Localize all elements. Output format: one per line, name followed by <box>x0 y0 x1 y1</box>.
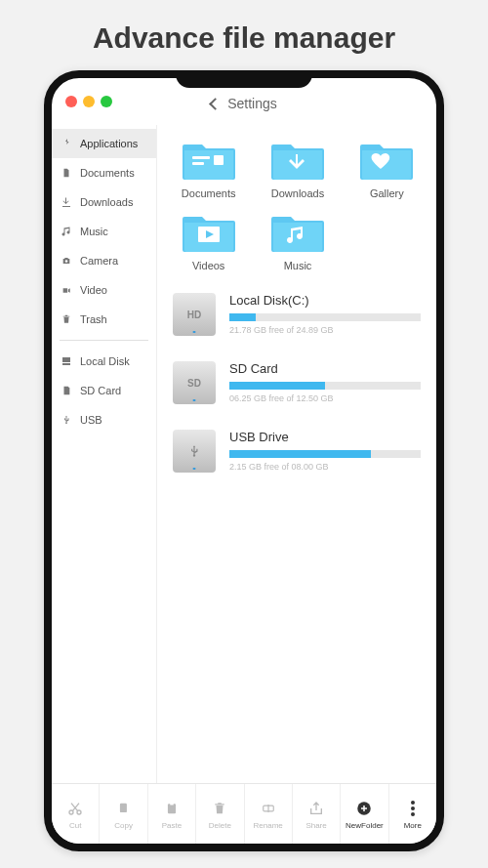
toolbar-label: Share <box>305 821 326 830</box>
sidebar-storage-usb[interactable]: USB <box>52 405 156 434</box>
newfolder-icon <box>355 799 373 818</box>
folder-icon <box>269 209 326 254</box>
sidebar-item-label: Video <box>80 284 107 296</box>
svg-rect-3 <box>214 155 224 165</box>
svg-point-12 <box>411 801 415 805</box>
folder-icon <box>269 137 326 182</box>
toolbar-more[interactable]: More <box>389 784 436 844</box>
rename-icon <box>260 799 277 818</box>
sidebar-item-label: Trash <box>80 313 107 325</box>
minimize-icon[interactable] <box>83 96 95 107</box>
sidebar-item-label: Local Disk <box>80 355 130 367</box>
delete-icon <box>213 799 226 818</box>
svg-point-14 <box>411 812 415 816</box>
toolbar-label: Cut <box>69 821 81 830</box>
sidebar-item-applications[interactable]: Applications <box>52 129 156 158</box>
sidebar-item-video[interactable]: Video <box>52 275 156 305</box>
folder-gallery[interactable]: Gallery <box>346 137 428 199</box>
folder-downloads[interactable]: Downloads <box>256 137 339 199</box>
sidebar-item-trash[interactable]: Trash <box>52 305 156 334</box>
drive-local-disk-c-[interactable]: HDLocal Disk(C:)21.78 GB free of 24.89 G… <box>173 293 428 336</box>
device-frame: Settings ApplicationsDocumentsDownloadsM… <box>44 70 444 851</box>
drive-list: HDLocal Disk(C:)21.78 GB free of 24.89 G… <box>167 293 428 473</box>
sidebar-storage-sd-card[interactable]: SD Card <box>52 376 156 405</box>
drive-free-text: 21.78 GB free of 24.89 GB <box>229 325 421 335</box>
svg-point-0 <box>65 260 68 263</box>
toolbar-paste[interactable]: Paste <box>148 784 196 844</box>
drive-free-text: 2.15 GB free of 08.00 GB <box>229 462 421 472</box>
sidebar-item-label: SD Card <box>80 385 121 396</box>
sidebar-item-documents[interactable]: Documents <box>52 158 156 187</box>
drive-name: SD Card <box>229 361 421 376</box>
main-content: DocumentsDownloadsGalleryVideosMusic HDL… <box>157 125 436 783</box>
usb-icon <box>60 413 73 427</box>
apps-icon <box>60 137 73 150</box>
sidebar-item-label: Downloads <box>80 196 133 208</box>
folder-grid: DocumentsDownloadsGalleryVideosMusic <box>167 137 428 271</box>
sidebar-storage-local-disk[interactable]: Local Disk <box>52 347 156 376</box>
drive-icon: SD <box>173 361 216 404</box>
toolbar-share[interactable]: Share <box>293 784 341 844</box>
toolbar-label: Delete <box>209 821 231 830</box>
share-icon <box>308 799 324 818</box>
sidebar-item-music[interactable]: Music <box>52 217 156 246</box>
folder-label: Videos <box>192 260 224 271</box>
svg-rect-9 <box>170 803 174 805</box>
toolbar-copy[interactable]: Copy <box>100 784 147 844</box>
sidebar-item-camera[interactable]: Camera <box>52 246 156 275</box>
sidebar-item-downloads[interactable]: Downloads <box>52 187 156 217</box>
header-title: Settings <box>227 96 277 111</box>
drive-icon <box>173 430 216 473</box>
drive-icon: HD <box>173 293 216 336</box>
back-icon[interactable] <box>209 98 222 110</box>
sidebar-item-label: Documents <box>80 167 135 179</box>
toolbar-delete[interactable]: Delete <box>196 784 244 844</box>
cut-icon <box>67 799 83 818</box>
drive-usb-drive[interactable]: USB Drive2.15 GB free of 08.00 GB <box>173 430 428 473</box>
drive-sd-card[interactable]: SDSD Card06.25 GB free of 12.50 GB <box>173 361 428 404</box>
download-icon <box>60 195 73 209</box>
drive-name: Local Disk(C:) <box>229 293 421 308</box>
window-controls <box>65 96 112 107</box>
sd-icon <box>60 384 73 397</box>
music-icon <box>60 225 73 238</box>
sidebar-item-label: Music <box>80 226 108 237</box>
toolbar-label: More <box>404 821 422 830</box>
sidebar: ApplicationsDocumentsDownloadsMusicCamer… <box>52 125 157 783</box>
toolbar-cut[interactable]: Cut <box>52 784 100 844</box>
toolbar-label: NewFolder <box>346 821 384 830</box>
camera-icon <box>60 254 73 268</box>
folder-label: Downloads <box>271 187 324 199</box>
folder-documents[interactable]: Documents <box>167 137 250 199</box>
drive-usage-bar <box>229 382 421 390</box>
folder-icon <box>181 137 237 182</box>
folder-icon <box>358 137 415 182</box>
toolbar-rename[interactable]: Rename <box>245 784 293 844</box>
drive-usage-bar <box>229 450 421 458</box>
sidebar-item-label: USB <box>80 414 102 426</box>
bottom-toolbar: CutCopyPasteDeleteRenameShareNewFolderMo… <box>52 783 436 844</box>
folder-icon <box>181 209 237 254</box>
trash-icon <box>60 312 73 326</box>
close-icon[interactable] <box>65 96 77 107</box>
toolbar-newfolder[interactable]: NewFolder <box>341 784 388 844</box>
video-icon <box>60 283 73 297</box>
folder-videos[interactable]: Videos <box>167 209 250 271</box>
folder-label: Documents <box>182 187 236 199</box>
drive-name: USB Drive <box>229 430 421 444</box>
svg-rect-8 <box>168 804 176 813</box>
doc-icon <box>60 166 73 180</box>
folder-label: Gallery <box>370 187 404 199</box>
drive-usage-bar <box>229 313 421 321</box>
sidebar-item-label: Camera <box>80 255 118 267</box>
svg-rect-2 <box>192 162 204 165</box>
folder-music[interactable]: Music <box>256 209 339 271</box>
copy-icon <box>117 799 131 818</box>
disk-icon <box>60 354 73 368</box>
svg-point-13 <box>411 806 415 810</box>
more-icon <box>410 799 416 818</box>
sidebar-item-label: Applications <box>80 138 138 149</box>
maximize-icon[interactable] <box>101 96 112 107</box>
toolbar-label: Copy <box>114 821 133 830</box>
svg-rect-1 <box>192 156 210 159</box>
